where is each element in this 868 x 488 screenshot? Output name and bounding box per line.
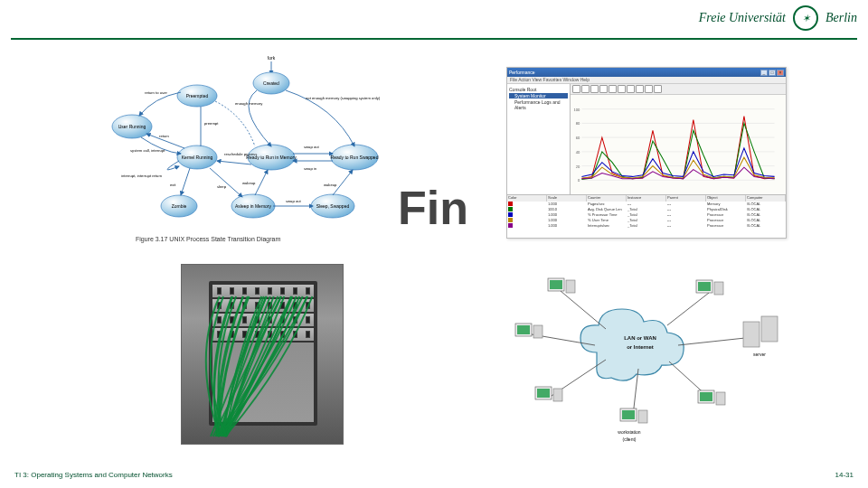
toolbar-button[interactable]	[581, 85, 590, 93]
svg-rect-52	[698, 282, 711, 291]
toolbar-button[interactable]	[609, 85, 617, 93]
footer-page: 14-31	[835, 471, 854, 479]
close-button[interactable]: ×	[777, 70, 784, 76]
workstation-icon	[620, 408, 647, 423]
counter-rows[interactable]: 1.000Pages/sec------Memory\\LOCAL100.0Av…	[507, 202, 786, 238]
workstation-icon	[515, 324, 542, 338]
toolbar-button[interactable]	[645, 85, 653, 93]
svg-text:wakeup: wakeup	[324, 183, 337, 187]
svg-rect-55	[761, 316, 778, 342]
svg-text:swap out: swap out	[304, 145, 320, 149]
svg-rect-50	[716, 392, 725, 405]
chart-area: 100806040200	[571, 95, 786, 194]
workstation-icon	[696, 280, 723, 295]
counter-row[interactable]: 1.000Interrupts/sec_Total---Processor\\L…	[507, 223, 786, 229]
client-label: (client)	[622, 436, 636, 442]
svg-text:enough memory: enough memory	[235, 101, 263, 106]
toolbar-button[interactable]	[618, 85, 626, 93]
svg-rect-37	[550, 280, 562, 289]
counter-columns: ColorScaleCounterInstanceParentObjectCom…	[507, 194, 786, 202]
tree-sysmon[interactable]: System Monitor	[509, 93, 568, 99]
svg-text:wakeup: wakeup	[242, 181, 256, 185]
svg-text:exit: exit	[170, 183, 176, 187]
toolbar-button[interactable]	[654, 85, 662, 93]
toolbar-button[interactable]	[572, 85, 580, 93]
university-name-left: Freie Universität	[699, 11, 786, 25]
svg-rect-54	[743, 322, 760, 347]
node-user-running: User Running	[118, 124, 146, 129]
cloud-label-2: or Internet	[627, 344, 654, 350]
svg-text:20: 20	[576, 164, 580, 169]
header-rule	[11, 38, 857, 40]
university-name-right: Berlin	[826, 11, 857, 25]
svg-text:swap out: swap out	[286, 199, 302, 203]
svg-text:return: return	[159, 134, 170, 138]
svg-rect-47	[638, 410, 647, 423]
minimize-button[interactable]: _	[760, 70, 768, 76]
svg-text:system call, interrupt: system call, interrupt	[130, 148, 165, 153]
toolbar-button[interactable]	[627, 85, 635, 93]
node-preempted: Preempted	[186, 93, 209, 99]
workstation-label: workstation	[618, 429, 641, 435]
toolbar	[571, 84, 786, 95]
svg-text:40: 40	[576, 150, 580, 155]
node-kernel-running: Kernel Running	[182, 155, 213, 160]
node-fork-label: fork	[268, 55, 276, 61]
window-title: Performance	[509, 70, 535, 75]
svg-rect-53	[714, 282, 723, 295]
diagram-caption: Figure 3.17 UNIX Process State Transitio…	[136, 236, 280, 242]
nav-tree[interactable]: Console Root System Monitor Performance …	[507, 84, 571, 194]
svg-rect-38	[566, 280, 575, 293]
svg-rect-44	[553, 389, 562, 401]
svg-rect-49	[700, 392, 712, 401]
svg-text:reschedule process: reschedule process	[224, 152, 257, 156]
svg-rect-43	[537, 389, 550, 398]
header: Freie Universität ✶ Berlin	[699, 5, 857, 31]
server-label: server	[753, 352, 766, 357]
menu-bar[interactable]: File Action View Favorites Window Help	[507, 77, 786, 84]
process-state-diagram: fork Created Preempted User Running Kern…	[99, 52, 398, 242]
network-diagram: LAN or WAN or Internet workstation (clie…	[488, 271, 805, 461]
svg-text:sleep: sleep	[217, 184, 227, 189]
university-seal-icon: ✶	[793, 5, 818, 31]
svg-text:preempt: preempt	[204, 121, 219, 126]
toolbar-button[interactable]	[590, 85, 599, 93]
workstation-icon	[535, 387, 562, 401]
footer-course: TI 3: Operating Systems and Computer Net…	[14, 471, 173, 479]
svg-rect-46	[622, 410, 635, 419]
titlebar: Performance _ □ ×	[507, 68, 786, 77]
perfmon-window: Performance _ □ × File Action View Favor…	[506, 67, 787, 239]
svg-text:not enough memory (swapping sy: not enough memory (swapping system only)	[306, 96, 381, 100]
toolbar-button[interactable]	[636, 85, 644, 93]
node-asleep-memory: Asleep in Memory	[235, 203, 272, 209]
server-icon	[743, 316, 778, 347]
workstation-icon	[548, 278, 575, 293]
workstation-icon	[698, 390, 725, 405]
slide-title: Fin	[398, 181, 468, 235]
svg-text:0: 0	[578, 178, 580, 183]
server-rack-photo	[181, 264, 344, 445]
svg-text:60: 60	[576, 136, 580, 140]
tree-root[interactable]: Console Root	[509, 87, 568, 92]
toolbar-button[interactable]	[599, 85, 608, 93]
maximize-button[interactable]: □	[769, 70, 776, 76]
svg-rect-41	[533, 325, 542, 338]
svg-text:100: 100	[573, 108, 580, 112]
svg-text:return to user: return to user	[145, 90, 168, 95]
svg-text:interrupt, interrupt return: interrupt, interrupt return	[121, 174, 163, 178]
node-sleep-swapped: Sleep, Swapped	[316, 203, 350, 209]
node-ready-swapped: Ready to Run Swapped	[331, 155, 379, 160]
svg-rect-40	[517, 325, 530, 334]
node-created: Created	[263, 80, 279, 86]
node-zombie: Zombie	[172, 203, 187, 209]
tree-logs[interactable]: Performance Logs and Alerts	[509, 99, 568, 110]
svg-text:80: 80	[576, 121, 580, 126]
cloud-label-1: LAN or WAN	[624, 335, 656, 341]
svg-text:swap in: swap in	[304, 166, 317, 171]
